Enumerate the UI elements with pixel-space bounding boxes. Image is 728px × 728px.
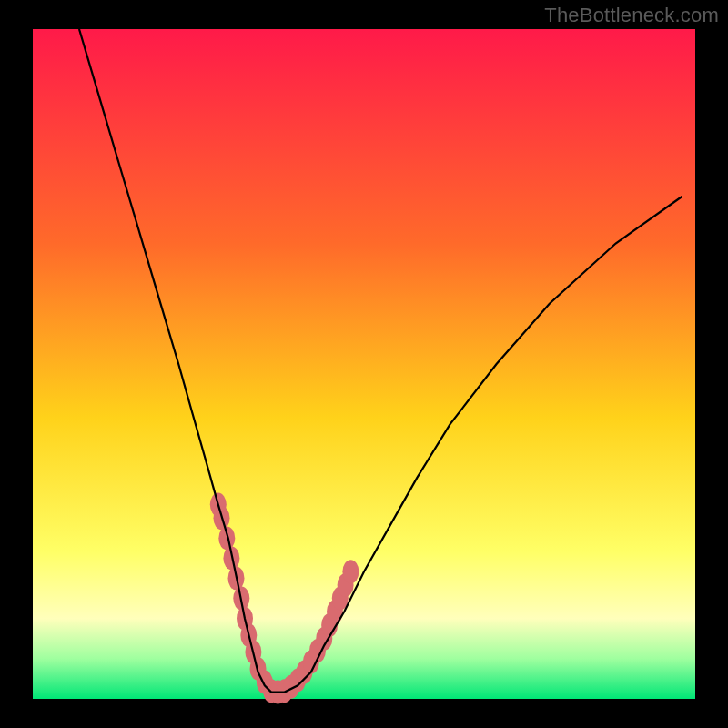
- watermark-text: TheBottleneck.com: [544, 4, 719, 27]
- chart-frame: TheBottleneck.com: [0, 0, 728, 728]
- marker-dot: [342, 560, 359, 583]
- marker-dot: [218, 526, 235, 550]
- bottleneck-chart: [0, 0, 728, 728]
- plot-background: [33, 29, 695, 699]
